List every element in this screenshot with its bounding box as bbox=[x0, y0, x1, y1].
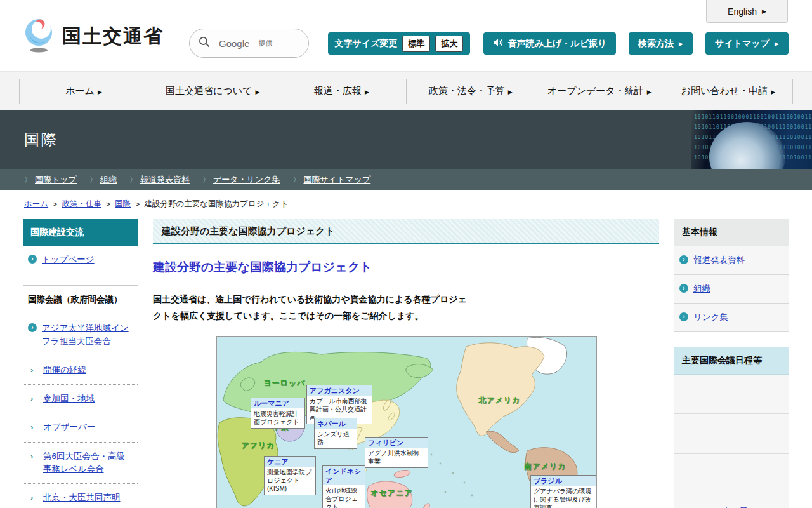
main-content: 建設分野の主要な国際協力プロジェクト 建設分野の主要な国際協力プロジェクト 国土… bbox=[153, 219, 659, 508]
breadcrumb-separator: > bbox=[106, 200, 110, 209]
circle-arrow-icon: › bbox=[28, 323, 37, 332]
breadcrumb-separator: > bbox=[135, 200, 140, 209]
subnav-item-press[interactable]: 〉報道発表資料 bbox=[129, 174, 190, 185]
chevron-icon: › bbox=[30, 392, 33, 405]
font-size-standard-button[interactable]: 標準 bbox=[402, 36, 430, 52]
search-provider-suffix: 提供 bbox=[258, 39, 272, 48]
sitemap-button[interactable]: サイトマップ ▶ bbox=[705, 32, 789, 55]
project-desc: 測量地図学院プロジェクト(KISM) bbox=[265, 467, 315, 495]
nav-item-label: 報道・広報 bbox=[314, 85, 362, 96]
section-subnav: 〉国際トップ 〉組織 〉報道発表資料 〉データ・リンク集 〉国際サイトマップ bbox=[0, 169, 812, 190]
sidebar-item-participants[interactable]: › 参加国・地域 bbox=[23, 385, 138, 413]
subnav-item-sitemap[interactable]: 〉国際サイトマップ bbox=[292, 174, 370, 185]
nav-item-opendata[interactable]: オープンデータ・統計▶ bbox=[535, 79, 664, 104]
sidebar-item-top-page[interactable]: › トップページ bbox=[23, 246, 138, 274]
basic-info-link: リンク集 bbox=[693, 312, 728, 322]
chevron-icon: 〉 bbox=[202, 175, 210, 185]
breadcrumb-home[interactable]: ホーム bbox=[24, 199, 48, 210]
nav-item-policy[interactable]: 政策・法令・予算▶ bbox=[406, 79, 535, 104]
project-country: ネパール bbox=[315, 418, 357, 429]
project-country: アフガニスタン bbox=[307, 385, 372, 396]
sidebar-link: トップページ bbox=[42, 255, 95, 264]
subnav-item-international-top[interactable]: 〉国際トップ bbox=[24, 174, 77, 185]
project-desc: グアナバラ湾の環境に関する管理及び改善調査 bbox=[531, 486, 596, 508]
sidebar-link: アジア太平洋地域インフラ担当大臣会合 bbox=[42, 323, 129, 345]
sidebar-gap bbox=[674, 332, 789, 347]
circle-arrow-icon: › bbox=[679, 255, 688, 264]
map-project-romania: ルーマニア 地震災害軽減計画プロジェクト bbox=[251, 398, 305, 429]
chevron-icon: 〉 bbox=[24, 175, 32, 185]
project-country: ブラジル bbox=[531, 476, 596, 486]
arrow-right-icon: ▶ bbox=[762, 8, 766, 15]
breadcrumb-separator: > bbox=[53, 200, 57, 209]
sidebar-link: 第6回大臣会合・高級事務レベル会合 bbox=[43, 451, 125, 474]
english-button[interactable]: English ▶ bbox=[706, 0, 788, 23]
font-size-button[interactable]: 文字サイズ変更 標準 拡大 bbox=[328, 32, 470, 55]
schedule-empty-row bbox=[674, 454, 789, 493]
content-heading: 建設分野の主要な国際協力プロジェクト bbox=[153, 259, 659, 276]
basic-info-item-organization[interactable]: › 組織 bbox=[674, 275, 789, 304]
arrow-right-icon: ▶ bbox=[647, 89, 652, 95]
subnav-link: 国際トップ bbox=[35, 174, 77, 185]
sidebar-item-beijing-statement[interactable]: › 北京・大臣共同声明 bbox=[23, 484, 138, 508]
project-country: ケニア bbox=[265, 457, 315, 467]
english-label: English bbox=[728, 6, 757, 17]
nav-item-label: 国土交通省について bbox=[166, 85, 252, 96]
breadcrumb-policy[interactable]: 政策・仕事 bbox=[62, 199, 102, 210]
basic-info-item-links[interactable]: › リンク集 bbox=[674, 304, 789, 332]
search-method-label: 検索方法 bbox=[638, 38, 674, 50]
sidebar-item-minister-meeting[interactable]: › アジア太平洋地域インフラ担当大臣会合 bbox=[23, 314, 138, 356]
search-method-button[interactable]: 検索方法 ▶ bbox=[629, 32, 693, 55]
basic-info-item-press[interactable]: › 報道発表資料 bbox=[674, 246, 789, 275]
map-region-south-america: 南アメリカ bbox=[524, 461, 566, 472]
subnav-item-links[interactable]: 〉データ・リンク集 bbox=[202, 174, 280, 185]
chevron-icon: › bbox=[30, 450, 33, 463]
chevron-icon: › bbox=[30, 421, 33, 434]
subnav-item-organization[interactable]: 〉組織 bbox=[89, 174, 117, 185]
page: 国土交通省 Google 提供 文字サイズ変更 標準 拡大 音声読み上げ・ルビ振… bbox=[0, 0, 812, 508]
subnav-link: 報道発表資料 bbox=[140, 174, 190, 185]
project-country: ルーマニア bbox=[251, 398, 304, 408]
sidebar-item-history[interactable]: › 開催の経緯 bbox=[23, 356, 138, 385]
nav-item-about[interactable]: 国土交通省について▶ bbox=[148, 79, 277, 104]
global-nav: ホーム▶ 国土交通省について▶ 報道・広報▶ 政策・法令・予算▶ オープンデータ… bbox=[0, 71, 812, 110]
schedule-empty-row bbox=[674, 414, 789, 454]
circle-arrow-icon: › bbox=[28, 255, 37, 264]
font-size-large-button[interactable]: 拡大 bbox=[435, 36, 463, 52]
binary-texture: 1010110110010001100100111001001101001011… bbox=[694, 114, 812, 120]
nav-item-label: ホーム bbox=[65, 85, 95, 96]
project-desc: 火山地域総合プロジェクト bbox=[323, 485, 365, 508]
nav-item-label: 政策・法令・予算 bbox=[429, 85, 505, 96]
sidebar-link: 参加国・地域 bbox=[43, 394, 95, 403]
speech-readout-button[interactable]: 音声読み上げ・ルビ振り bbox=[483, 32, 616, 55]
project-country: フィリピン bbox=[365, 438, 428, 448]
sidebar-section-conference: 国際会議（政府間会議） bbox=[23, 286, 138, 314]
map-region-africa: アフリカ bbox=[241, 440, 275, 451]
speaker-icon bbox=[493, 38, 503, 49]
arrow-right-icon: ▶ bbox=[256, 89, 260, 95]
ministry-logo[interactable]: 国土交通省 bbox=[23, 17, 164, 56]
sidebar-item-observer[interactable]: › オブザーバー bbox=[23, 413, 138, 442]
nav-item-home[interactable]: ホーム▶ bbox=[19, 79, 148, 104]
nav-item-press[interactable]: 報道・広報▶ bbox=[277, 79, 405, 104]
nav-item-label: オープンデータ・統計 bbox=[547, 85, 644, 96]
sidebar-spacer bbox=[23, 274, 138, 286]
ministry-logo-text: 国土交通省 bbox=[62, 23, 164, 50]
sidebar-title: 国際建設交流 bbox=[23, 219, 138, 246]
map-project-brazil: ブラジル グアナバラ湾の環境に関する管理及び改善調査 bbox=[530, 475, 596, 508]
chevron-icon: 〉 bbox=[89, 175, 97, 185]
nav-item-contact[interactable]: お問い合わせ・申請▶ bbox=[664, 79, 793, 104]
site-header: 国土交通省 Google 提供 文字サイズ変更 標準 拡大 音声読み上げ・ルビ振… bbox=[0, 0, 812, 71]
search-input[interactable]: Google 提供 bbox=[189, 29, 309, 58]
map-region-europe: ヨーロッパ bbox=[263, 378, 305, 389]
sidebar-link: 開催の経緯 bbox=[43, 365, 86, 375]
breadcrumb-international[interactable]: 国際 bbox=[115, 199, 131, 210]
sidebar-item-6th-meeting[interactable]: › 第6回大臣会合・高級事務レベル会合 bbox=[23, 443, 138, 485]
font-size-label: 文字サイズ変更 bbox=[335, 38, 398, 50]
project-desc: 地震災害軽減計画プロジェクト bbox=[251, 408, 304, 428]
schedule-more-row[interactable]: これより先の日程 bbox=[674, 493, 789, 508]
map-project-philippines: フィリピン アグノ川洪水制御事業 bbox=[365, 437, 428, 468]
sidebar-link: オブザーバー bbox=[43, 422, 95, 432]
section-title: 国際 bbox=[24, 130, 58, 150]
arrow-right-icon: ▶ bbox=[679, 41, 683, 47]
